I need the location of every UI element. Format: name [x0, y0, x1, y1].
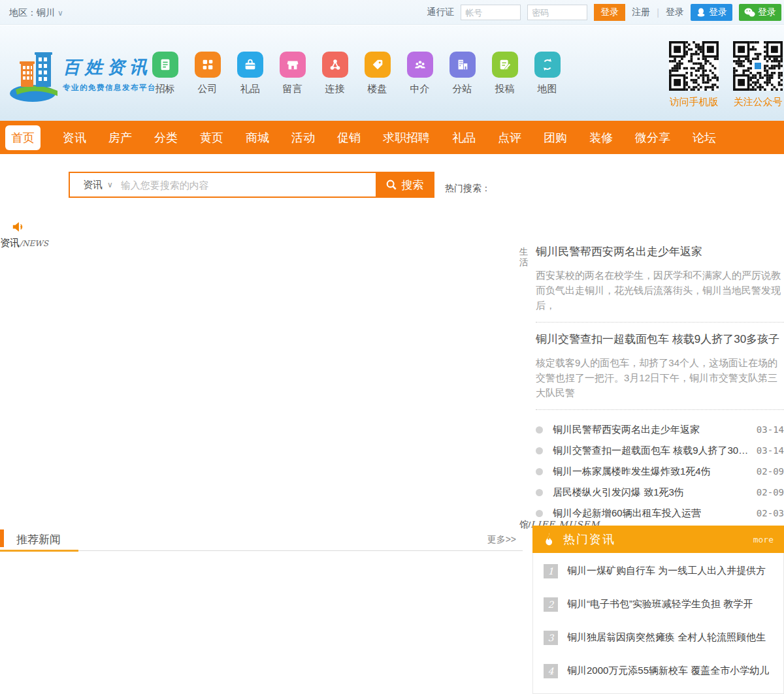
- hot-search-label: 热门搜索：: [445, 183, 491, 195]
- news-section-title: 资讯: [0, 237, 20, 248]
- share-nodes-icon: [322, 52, 348, 78]
- quick-link-lipin[interactable]: 礼品: [229, 52, 271, 95]
- qq-login-button[interactable]: 登录: [691, 4, 732, 21]
- qr-mobile-label: 访问手机版: [669, 96, 719, 108]
- hot-news-item[interactable]: 1 铜川一煤矿购自行车 为一线工人出入井提供方: [533, 554, 783, 588]
- search-category-dropdown[interactable]: 资讯 ∨: [70, 173, 121, 197]
- nav-item-qiuzhi[interactable]: 求职招聘: [383, 130, 430, 146]
- quick-link-tougao[interactable]: 投稿: [483, 52, 526, 95]
- section-accent-bar: [0, 529, 4, 547]
- nav-item-lipin[interactable]: 礼品: [452, 130, 476, 146]
- search-input[interactable]: [121, 173, 376, 197]
- qq-login-label: 登录: [709, 7, 727, 18]
- search-button[interactable]: 搜索: [376, 173, 433, 197]
- hot-news-item[interactable]: 4 铜川2000万元添55辆新校车 覆盖全市小学幼儿: [533, 654, 783, 687]
- qr-wechat-image: [733, 41, 783, 91]
- topbar-account-area: 通行证 登录 注册 | 登录 登录 登录: [427, 0, 781, 25]
- nav-item-luntan[interactable]: 论坛: [693, 130, 716, 146]
- logo-title: 百姓资讯: [63, 55, 156, 79]
- news-list-item[interactable]: 铜川交警查扣一超载面包车 核载9人挤了30多孩子 03-14: [536, 440, 784, 461]
- hot-news-header: 热门资讯 more: [532, 526, 784, 553]
- search-button-label: 搜索: [402, 178, 424, 193]
- nav-item-zhuangxiu[interactable]: 装修: [589, 130, 613, 146]
- nav-item-home[interactable]: 首页: [5, 125, 41, 150]
- featured-news-2[interactable]: 铜川交警查扣一超载面包车 核载9人挤了30多孩子 核定载客9人的面包车，却挤了3…: [536, 332, 784, 400]
- main-nav: 首页 资讯 房产 分类 黄页 商城 活动 促销 求职招聘 礼品 点评 团购 装修…: [0, 121, 784, 154]
- wechat-login-label: 登录: [758, 7, 776, 18]
- register-link[interactable]: 注册: [632, 7, 650, 18]
- login-button[interactable]: 登录: [594, 4, 625, 21]
- quick-link-zhaobiao[interactable]: 招标: [144, 52, 186, 95]
- quick-link-fenzhan[interactable]: 分站: [441, 52, 483, 95]
- nav-item-weifenxiang[interactable]: 微分享: [635, 130, 670, 146]
- chevron-down-icon: ∨: [57, 8, 63, 18]
- bullet-icon: [536, 426, 543, 434]
- login-link[interactable]: 登录: [666, 7, 684, 18]
- document-icon: [152, 52, 178, 78]
- hot-news-item[interactable]: 5: [533, 687, 783, 694]
- nav-item-huangye[interactable]: 黄页: [200, 130, 223, 146]
- page: 地区：铜川∨ 通行证 登录 注册 | 登录 登录: [0, 0, 784, 694]
- news-list-item[interactable]: 铜川民警帮西安两名出走少年返家 03-14: [536, 419, 784, 440]
- search-box: 资讯 ∨ 搜索: [69, 172, 434, 198]
- nav-item-dianping[interactable]: 点评: [498, 130, 521, 146]
- life-side-label: 生活: [519, 247, 530, 268]
- quick-link-liuyan[interactable]: 留言: [271, 52, 314, 95]
- account-input[interactable]: [461, 5, 521, 20]
- search-category-value: 资讯: [83, 179, 103, 191]
- news-list-item[interactable]: 铜川一栋家属楼昨发生爆炸致1死4伤 02-09: [536, 461, 784, 482]
- hot-news-item[interactable]: 2 铜川“电子书包”实验班减轻学生负担 教学开: [533, 588, 783, 621]
- password-input[interactable]: [527, 5, 587, 20]
- tag-icon: [365, 52, 391, 78]
- dotted-divider: [536, 409, 784, 410]
- quick-link-zhongjie[interactable]: 中介: [399, 52, 441, 95]
- speaker-icon: [12, 221, 25, 233]
- rank-badge: 3: [544, 631, 558, 645]
- flame-icon: [543, 532, 555, 546]
- dotted-divider: [536, 322, 784, 323]
- life-news-column: 生活 铜川民警帮西安两名出走少年返家 西安某校的两名在校学生，因厌学和不满家人的…: [519, 244, 784, 543]
- refresh-cycle-icon: [534, 52, 561, 78]
- featured-excerpt: 核定载客9人的面包车，却挤了34个人，这场面让在场的交警也捏了一把汗。3月12日…: [536, 355, 784, 400]
- site-logo[interactable]: 百姓资讯 专业的免费信息发布平台: [9, 44, 156, 104]
- bullet-icon: [536, 447, 543, 454]
- region-label: 地区：铜川: [9, 7, 55, 18]
- qr-mobile: 访问手机版: [669, 41, 719, 108]
- qq-icon: [696, 7, 706, 18]
- nav-item-cuxiao[interactable]: 促销: [337, 130, 361, 146]
- quick-link-lianjie[interactable]: 连接: [314, 52, 356, 95]
- nav-item-fangchan[interactable]: 房产: [108, 130, 132, 146]
- nav-item-shangcheng[interactable]: 商城: [246, 130, 269, 146]
- region-selector[interactable]: 地区：铜川∨: [9, 0, 63, 25]
- compose-icon: [492, 52, 518, 78]
- wechat-login-button[interactable]: 登录: [739, 4, 781, 21]
- hot-news-item[interactable]: 3 铜川独居翁因病突然瘫痪 全村人轮流照顾他生: [533, 621, 783, 654]
- featured-title[interactable]: 铜川交警查扣一超载面包车 核载9人挤了30多孩子: [536, 332, 784, 347]
- nav-item-fenlei[interactable]: 分类: [154, 130, 178, 146]
- featured-title[interactable]: 铜川民警帮西安两名出走少年返家: [536, 244, 784, 259]
- news-list: 铜川民警帮西安两名出走少年返家 03-14 铜川交警查扣一超载面包车 核载9人挤…: [536, 419, 784, 524]
- recommended-more-link[interactable]: 更多>>: [487, 534, 516, 546]
- nav-item-tuangou[interactable]: 团购: [544, 130, 567, 146]
- search-icon: [385, 179, 397, 191]
- buildings-icon: [449, 52, 476, 78]
- featured-excerpt: 西安某校的两名在校学生，因厌学和不满家人的严厉说教而负气出走铜川，花光钱后流落街…: [536, 268, 784, 313]
- featured-news-1[interactable]: 铜川民警帮西安两名出走少年返家 西安某校的两名在校学生，因厌学和不满家人的严厉说…: [536, 244, 784, 313]
- hot-news-panel: 热门资讯 more 1 铜川一煤矿购自行车 为一线工人出入井提供方 2 铜川“电…: [532, 526, 784, 694]
- bullet-icon: [536, 489, 543, 496]
- top-bar: 地区：铜川∨ 通行证 登录 注册 | 登录 登录: [0, 0, 784, 25]
- news-list-item[interactable]: 居民楼纵火引发闪爆 致1死3伤 02-09: [536, 482, 784, 503]
- logo-buildings-icon: [9, 44, 59, 104]
- quick-link-ditu[interactable]: 地图: [526, 52, 568, 95]
- passport-label: 通行证: [427, 7, 454, 18]
- hot-news-more-link[interactable]: more: [753, 535, 774, 544]
- divider: |: [657, 7, 659, 18]
- nav-item-zixun[interactable]: 资讯: [63, 130, 86, 146]
- rank-badge: 1: [544, 564, 558, 578]
- qr-wechat: 关注公众号: [733, 41, 783, 108]
- rank-badge: 2: [544, 597, 558, 612]
- quick-link-loupan[interactable]: 楼盘: [356, 52, 399, 95]
- nav-item-huodong[interactable]: 活动: [291, 130, 315, 146]
- quick-link-gongsi[interactable]: 公司: [186, 52, 229, 95]
- hot-news-list: 1 铜川一煤矿购自行车 为一线工人出入井提供方 2 铜川“电子书包”实验班减轻学…: [532, 553, 784, 694]
